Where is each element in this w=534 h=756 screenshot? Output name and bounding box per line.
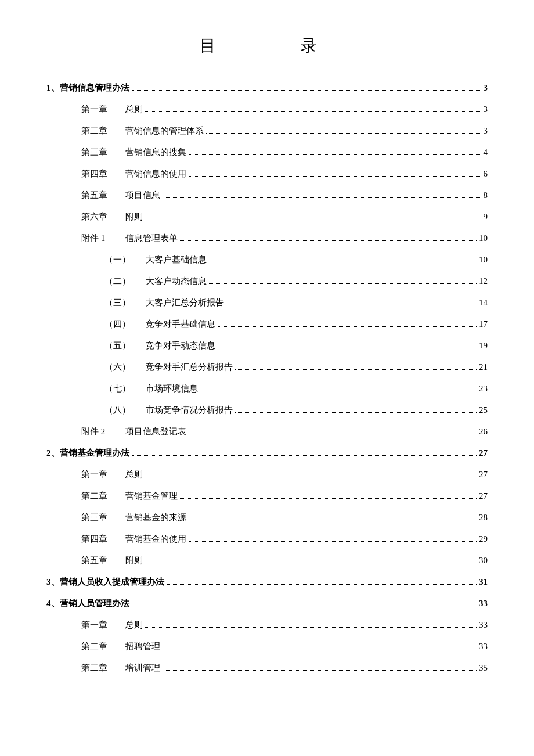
- toc-label: 第二章营销基金管理: [46, 488, 178, 504]
- toc-page: 31: [479, 574, 488, 590]
- toc-page: 3: [484, 80, 488, 96]
- toc-dots: [163, 670, 477, 671]
- toc-dots: [145, 219, 481, 219]
- toc-page: 28: [479, 510, 488, 525]
- toc-dots: [189, 520, 477, 520]
- toc-label: 第二章培训管理: [46, 660, 160, 676]
- toc-dots: [163, 197, 481, 198]
- toc-dots: [189, 541, 477, 542]
- toc-item: （三）大客户汇总分析报告14: [46, 295, 488, 311]
- toc-item: 附件 1信息管理表单10: [46, 231, 488, 246]
- toc-item: （六）竞争对手汇总分析报告21: [46, 359, 488, 375]
- toc-page: 6: [484, 166, 488, 182]
- toc-item: 第一章总则27: [46, 467, 488, 483]
- toc-item: （二）大客户动态信息12: [46, 273, 488, 289]
- toc-label: 第一章总则: [46, 102, 143, 117]
- toc-item: 第四章营销基金的使用29: [46, 531, 488, 547]
- toc-label: 第五章项目信息: [46, 188, 160, 203]
- page-title: 目 录: [46, 35, 488, 57]
- toc-item: 第一章总则3: [46, 102, 488, 117]
- toc-dots: [145, 563, 477, 563]
- toc-label: 第四章营销信息的使用: [46, 166, 186, 182]
- toc-label: 第二章招聘管理: [46, 639, 160, 654]
- toc-dots: [132, 606, 477, 606]
- toc-dots: [218, 348, 477, 348]
- toc-page: 27: [479, 445, 488, 461]
- toc-page: 21: [479, 359, 488, 375]
- toc-page: 33: [479, 639, 488, 654]
- toc-dots: [163, 649, 477, 649]
- toc-item: （一）大客户基础信息10: [46, 252, 488, 268]
- toc-label: （一）大客户基础信息: [46, 252, 207, 268]
- toc-page: 4: [484, 145, 488, 160]
- toc-label: 第六章附则: [46, 209, 143, 225]
- toc-page: 30: [479, 553, 488, 568]
- toc-dots: [209, 262, 477, 262]
- toc-page: 29: [479, 531, 488, 547]
- toc-label: 第一章总则: [46, 467, 143, 483]
- toc-label: 第四章营销基金的使用: [46, 531, 186, 547]
- toc-item: 第一章总则33: [46, 617, 488, 633]
- toc-page: 8: [484, 188, 488, 203]
- toc-page: 19: [479, 338, 488, 354]
- toc-label: 附件 1信息管理表单: [46, 231, 178, 246]
- toc-item: （七）市场环境信息23: [46, 381, 488, 397]
- toc-item: 第五章项目信息8: [46, 188, 488, 203]
- toc-item: 第二章培训管理35: [46, 660, 488, 676]
- toc-item: 第二章营销基金管理27: [46, 488, 488, 504]
- toc-item: （五）竞争对手动态信息19: [46, 338, 488, 354]
- toc-label: （四）竞争对手基础信息: [46, 316, 215, 332]
- toc-page: 10: [479, 252, 488, 268]
- toc-item: 第二章营销信息的管理体系3: [46, 123, 488, 139]
- toc-label: （七）市场环境信息: [46, 381, 198, 397]
- toc-page: 9: [484, 209, 488, 225]
- toc-item: 第六章附则9: [46, 209, 488, 225]
- toc-dots: [167, 584, 477, 585]
- toc-page: 14: [479, 295, 488, 311]
- toc-dots: [200, 391, 477, 391]
- toc-label: 第二章营销信息的管理体系: [46, 123, 204, 139]
- toc-label: 附件 2项目信息登记表: [46, 424, 186, 440]
- toc-page: 35: [479, 660, 488, 676]
- toc-item: 3、营销人员收入提成管理办法31: [46, 574, 488, 590]
- toc-page: 27: [479, 467, 488, 483]
- toc-page: 12: [479, 273, 488, 289]
- toc-item: 第三章营销基金的来源28: [46, 510, 488, 525]
- toc-page: 10: [479, 231, 488, 246]
- toc-item: 第四章营销信息的使用6: [46, 166, 488, 182]
- toc-dots: [189, 154, 481, 155]
- toc-dots: [206, 133, 481, 134]
- toc-label: 3、营销人员收入提成管理办法: [46, 574, 164, 590]
- toc-page: 3: [484, 102, 488, 117]
- toc-item: 附件 2项目信息登记表26: [46, 424, 488, 440]
- toc-dots: [235, 412, 477, 413]
- toc-item: 1、营销信息管理办法3: [46, 80, 488, 96]
- toc-label: 第三章营销信息的搜集: [46, 145, 186, 160]
- toc-item: （四）竞争对手基础信息17: [46, 316, 488, 332]
- toc-page: 33: [479, 596, 488, 611]
- table-of-contents: 目 录 1、营销信息管理办法3第一章总则3第二章营销信息的管理体系3第三章营销信…: [46, 35, 488, 676]
- toc-dots: [132, 90, 481, 91]
- toc-label: 4、营销人员管理办法: [46, 596, 129, 611]
- toc-label: 第五章附则: [46, 553, 143, 568]
- toc-page: 17: [479, 316, 488, 332]
- toc-page: 27: [479, 488, 488, 504]
- toc-label: 1、营销信息管理办法: [46, 80, 129, 96]
- toc-label: （二）大客户动态信息: [46, 273, 207, 289]
- toc-dots: [218, 326, 477, 327]
- toc-item: 第三章营销信息的搜集4: [46, 145, 488, 160]
- toc-dots: [209, 283, 477, 284]
- toc-item: 2、营销基金管理办法27: [46, 445, 488, 461]
- toc-label: （五）竞争对手动态信息: [46, 338, 215, 354]
- toc-page: 3: [484, 123, 488, 139]
- toc-dots: [145, 111, 481, 112]
- toc-label: 第一章总则: [46, 617, 143, 633]
- toc-label: 第三章营销基金的来源: [46, 510, 186, 525]
- toc-dots: [145, 477, 477, 477]
- toc-label: 2、营销基金管理办法: [46, 445, 129, 461]
- toc-dots: [189, 176, 481, 177]
- toc-item: 第五章附则30: [46, 553, 488, 568]
- toc-item: （八）市场竞争情况分析报告25: [46, 402, 488, 418]
- toc-item: 第二章招聘管理33: [46, 639, 488, 654]
- toc-dots: [226, 305, 477, 305]
